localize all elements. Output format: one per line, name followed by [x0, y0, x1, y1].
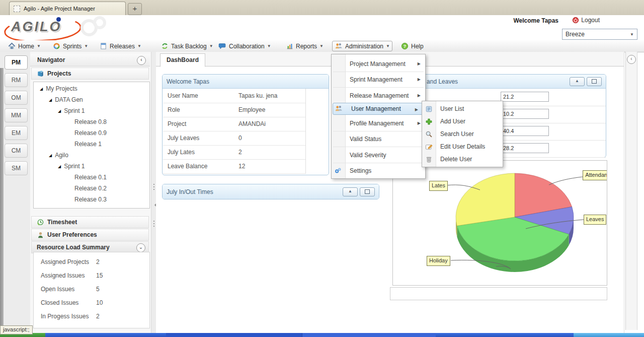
task-button[interactable]: [302, 333, 436, 337]
window-edge: [0, 68, 4, 333]
summary-row: Assigned Projects2: [34, 255, 149, 269]
info-row: ProjectAMANDAi: [163, 117, 306, 131]
submenu-item-user-list[interactable]: User List: [422, 103, 503, 115]
attendance-value-input[interactable]: [501, 143, 549, 153]
expand-icon[interactable]: ◢: [40, 87, 43, 91]
module-tab-cm[interactable]: CM: [5, 144, 28, 158]
menu-item-project-management[interactable]: Project Management▶: [332, 57, 425, 71]
app-window: Agilo - Agile Project Manager + AGILO We…: [0, 0, 644, 337]
tree-node-release[interactable]: Release 0.2: [74, 183, 107, 193]
menu-item-user-management[interactable]: User Management▶: [333, 103, 423, 115]
module-tab-pm[interactable]: PM: [5, 55, 28, 70]
chevron-down-icon: ▼: [319, 44, 324, 48]
menu-item-release-management[interactable]: Release Management▶: [332, 89, 425, 102]
menu-help[interactable]: ? Help: [399, 41, 426, 51]
left-module-rail: PM RM OM MM EM CM SM: [0, 52, 31, 333]
info-row: Leave Balance12: [163, 159, 306, 174]
menu-task-backlog[interactable]: Task Backlog ▼: [159, 41, 215, 51]
welcome-user-text: Welcome Tapas: [513, 17, 558, 24]
menu-item-profile-management[interactable]: Profile Management▶: [332, 117, 425, 130]
welcome-panel: Welcome Tapas User NameTapas ku. jena Ro…: [162, 74, 329, 175]
expand-panel-button[interactable]: ▲: [343, 187, 358, 196]
sprints-icon: [53, 42, 60, 50]
task-button[interactable]: [166, 333, 302, 337]
reports-icon: [286, 42, 293, 50]
menu-releases[interactable]: Releases ▼: [98, 41, 143, 51]
expand-right-panel-button[interactable]: ‹: [627, 55, 636, 64]
submenu-item-search-user[interactable]: Search User: [422, 128, 503, 141]
tree-node-sprint1[interactable]: ◢Sprint 1: [58, 161, 85, 171]
section-user-preferences[interactable]: User Preferences: [31, 229, 149, 241]
pie-chart-svg: [393, 161, 607, 285]
collaboration-icon: [218, 42, 226, 50]
maximize-panel-button[interactable]: [587, 77, 602, 86]
app-logo[interactable]: AGILO: [11, 19, 62, 35]
new-tab-button[interactable]: +: [128, 3, 142, 15]
submenu-item-delete-user[interactable]: Delete User: [422, 153, 503, 166]
attendance-value-input[interactable]: [501, 109, 549, 119]
tree-node-release[interactable]: Release 0.9: [74, 128, 107, 138]
submenu-item-add-user[interactable]: Add User: [422, 115, 503, 128]
home-icon: [8, 42, 16, 50]
collapse-panel-button[interactable]: ▲: [570, 77, 585, 86]
summary-row: In Progess Issues2: [34, 310, 149, 323]
attendance-pie-chart: Lates Attendance Leaves Holiday: [392, 160, 607, 286]
menu-item-valid-status[interactable]: Valid Status: [332, 132, 425, 146]
summary-row: Assigned Issues15: [34, 269, 149, 283]
expand-icon[interactable]: ◢: [49, 153, 52, 158]
collapse-section-button[interactable]: ⌄: [136, 243, 145, 252]
menu-sprints[interactable]: Sprints ▼: [51, 41, 90, 51]
module-tab-mm[interactable]: MM: [5, 108, 28, 122]
logout-link[interactable]: Logout: [572, 17, 600, 24]
tree-node-agilo[interactable]: ◢Agilo: [49, 150, 68, 160]
status-link-tooltip: javascript:;: [0, 325, 33, 334]
module-tab-om[interactable]: OM: [5, 91, 28, 105]
section-projects[interactable]: Projects: [31, 68, 149, 80]
attendance-value-input[interactable]: [501, 92, 549, 102]
module-tab-sm[interactable]: SM: [5, 161, 28, 175]
browser-tab[interactable]: Agilo - Agile Project Manager: [9, 2, 126, 15]
menu-item-valid-severity[interactable]: Valid Severity: [332, 149, 425, 162]
chevron-down-icon: ▼: [209, 44, 213, 48]
expand-icon[interactable]: ◢: [49, 98, 52, 102]
sidebar-collapse-button[interactable]: ‹: [137, 56, 146, 65]
maximize-panel-button[interactable]: [360, 187, 375, 196]
task-backlog-icon: [161, 42, 169, 50]
tree-node-data-gen[interactable]: ◢DATA Gen: [49, 95, 83, 105]
right-collapsed-panel: ‹: [625, 52, 637, 330]
submenu-arrow-icon: ▶: [418, 117, 421, 130]
theme-select[interactable]: Breeze ▼: [562, 29, 637, 40]
expand-icon[interactable]: ◢: [58, 164, 61, 169]
info-row: July Lates2: [163, 145, 306, 160]
menu-reports[interactable]: Reports ▼: [284, 41, 326, 51]
tree-node-release[interactable]: Release 0.1: [74, 172, 107, 182]
edit-icon: [425, 143, 433, 151]
maximize-icon: [365, 189, 370, 194]
submenu-item-edit-user-details[interactable]: Edit User Details: [422, 141, 503, 153]
tree-node-my-projects[interactable]: ◢My Projects: [40, 84, 77, 94]
attendance-value-input[interactable]: [501, 126, 549, 136]
submenu-arrow-icon: ▶: [418, 73, 421, 86]
tab-dashboard[interactable]: DashBoard: [160, 53, 205, 67]
theme-select-value: Breeze: [566, 31, 585, 38]
menu-item-settings[interactable]: Settings: [332, 164, 425, 177]
module-tab-rm[interactable]: RM: [5, 73, 28, 87]
tree-node-release[interactable]: Release 0.3: [74, 194, 107, 205]
inout-panel: July In/Out Times ▲: [162, 184, 379, 199]
tree-node-release[interactable]: Release 0.8: [74, 117, 107, 127]
chevron-down-icon: ▼: [37, 44, 41, 48]
tree-node-release[interactable]: Release 1: [74, 139, 102, 149]
section-timesheet[interactable]: Timesheet: [31, 216, 149, 228]
favicon-placeholder-icon: [14, 6, 20, 12]
logo-dot: [56, 17, 61, 22]
expand-icon[interactable]: ◢: [58, 109, 61, 113]
module-tab-em[interactable]: EM: [5, 126, 28, 140]
os-taskbar[interactable]: [0, 333, 644, 337]
info-row: User NameTapas ku. jena: [163, 89, 306, 103]
menu-item-sprint-management[interactable]: Sprint Management▶: [332, 73, 425, 86]
menu-administration[interactable]: Administration ▼: [332, 41, 392, 51]
menu-home[interactable]: Home ▼: [6, 41, 43, 51]
tree-node-sprint1[interactable]: ◢Sprint 1: [58, 106, 85, 116]
page-header: AGILO Welcome Tapas Logout Breeze ▼: [0, 15, 644, 40]
menu-collaboration[interactable]: Collaboration ▼: [216, 41, 273, 51]
